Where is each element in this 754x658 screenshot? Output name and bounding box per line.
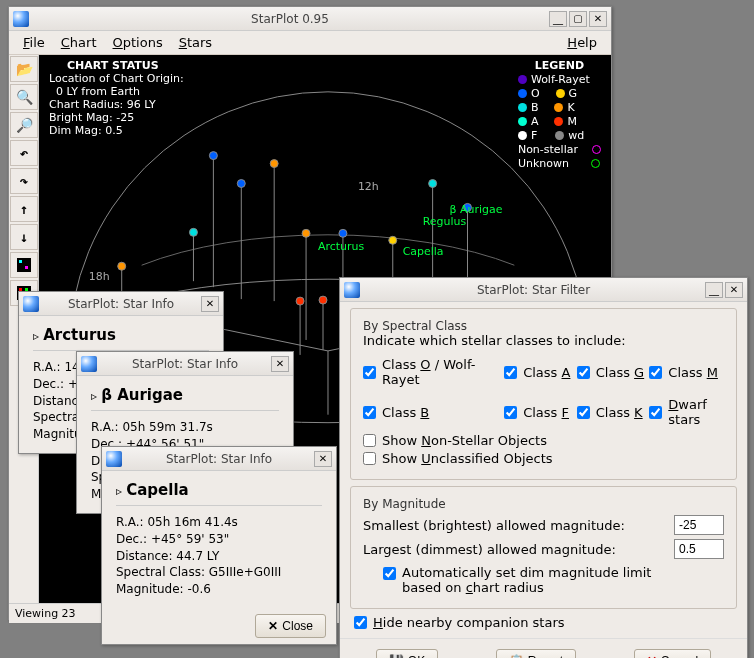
svg-point-31 (429, 180, 437, 188)
revert-icon: 📋 (509, 654, 524, 658)
label-arcturus: Arcturus (318, 240, 364, 253)
smallest-input[interactable] (674, 515, 724, 535)
menu-stars[interactable]: Stars (171, 33, 220, 52)
tilt-down-button[interactable]: ↓ (10, 224, 38, 250)
info1-titlebar: StarPlot: Star Info ✕ (19, 292, 223, 316)
app-icon (13, 11, 29, 27)
menu-help[interactable]: Help (559, 33, 605, 52)
class-g-checkbox[interactable] (577, 366, 590, 379)
minimize-button[interactable]: __ (549, 11, 567, 27)
by-magnitude-fieldset: By Magnitude Smallest (brightest) allowe… (350, 486, 737, 609)
svg-point-15 (296, 297, 304, 305)
by-spectral-fieldset: By Spectral Class Indicate which stellar… (350, 308, 737, 480)
close-button[interactable]: ✕ (201, 296, 219, 312)
svg-point-9 (209, 152, 217, 160)
rotate-left-button[interactable]: ↶ (10, 140, 38, 166)
star-filter-dialog: StarPlot: Star Filter __ ✕ By Spectral C… (339, 277, 748, 658)
cancel-icon: ✕ (647, 654, 657, 658)
info2-titlebar: StarPlot: Star Info ✕ (77, 352, 293, 376)
smallest-label: Smallest (brightest) allowed magnitude: (363, 518, 666, 533)
star-info-capella: StarPlot: Star Info ✕ Capella R.A.: 05h … (101, 446, 337, 645)
close-button[interactable]: ✕ (314, 451, 332, 467)
svg-point-19 (339, 229, 347, 237)
ok-button[interactable]: 💾OK (376, 649, 438, 658)
zoom-in-button[interactable]: 🔍 (10, 84, 38, 110)
close-button[interactable]: ✕ (271, 356, 289, 372)
hide-companion-checkbox[interactable] (354, 616, 367, 629)
menu-file[interactable]: File (15, 33, 53, 52)
close-icon: ✕ (268, 619, 278, 633)
cancel-button[interactable]: ✕Cancel (634, 649, 711, 658)
label-18h: 18h (89, 270, 110, 283)
app-icon (106, 451, 122, 467)
info3-star-name: Capella (116, 481, 322, 499)
chart-status: CHART STATUS Location of Chart Origin: 0… (49, 59, 184, 137)
auto-dim-checkbox[interactable] (383, 567, 396, 580)
info3-title: StarPlot: Star Info (126, 452, 312, 466)
app-icon (23, 296, 39, 312)
zoom-out-button[interactable]: 🔎 (10, 112, 38, 138)
svg-point-5 (118, 262, 126, 270)
minimize-button[interactable]: __ (705, 282, 723, 298)
class-m-checkbox[interactable] (649, 366, 662, 379)
info1-star-name: Arcturus (33, 326, 209, 344)
class-b-checkbox[interactable] (363, 406, 376, 419)
rotate-right-button[interactable]: ↷ (10, 168, 38, 194)
info2-title: StarPlot: Star Info (101, 357, 269, 371)
svg-point-13 (270, 160, 278, 168)
tilt-up-button[interactable]: ↑ (10, 196, 38, 222)
unclassified-checkbox[interactable] (363, 452, 376, 465)
indicate-label: Indicate which stellar classes to includ… (363, 333, 724, 348)
app-icon (81, 356, 97, 372)
filter-titlebar: StarPlot: Star Filter __ ✕ (340, 278, 747, 302)
legend-heading: LEGEND (518, 59, 601, 72)
svg-point-11 (237, 180, 245, 188)
legend: LEGEND Wolf-Rayet O G B K A M (518, 59, 601, 171)
window-title: StarPlot 0.95 (33, 12, 547, 26)
label-12h: 12h (358, 180, 379, 193)
svg-point-7 (189, 228, 197, 236)
dwarf-checkbox[interactable] (649, 406, 662, 419)
maximize-button[interactable]: ▢ (569, 11, 587, 27)
class-f-checkbox[interactable] (504, 406, 517, 419)
info3-titlebar: StarPlot: Star Info ✕ (102, 447, 336, 471)
class-k-checkbox[interactable] (577, 406, 590, 419)
close-button[interactable]: ✕ (589, 11, 607, 27)
info1-title: StarPlot: Star Info (43, 297, 199, 311)
menu-chart[interactable]: Chart (53, 33, 105, 52)
largest-input[interactable] (674, 539, 724, 559)
label-capella: Capella (403, 245, 444, 258)
menubar: File Chart Options Stars Help (9, 31, 611, 55)
close-button[interactable]: ✕ (725, 282, 743, 298)
mode1-button[interactable] (10, 252, 38, 278)
filter-title: StarPlot: Star Filter (364, 283, 703, 297)
svg-point-29 (389, 236, 397, 244)
main-titlebar: StarPlot 0.95 __ ▢ ✕ (9, 7, 611, 31)
nonstellar-checkbox[interactable] (363, 434, 376, 447)
ok-icon: 💾 (389, 654, 404, 658)
chart-status-heading: CHART STATUS (49, 59, 184, 72)
app-icon (344, 282, 360, 298)
revert-button[interactable]: 📋Revert (496, 649, 576, 658)
svg-point-35 (319, 296, 327, 304)
info2-star-name: β Aurigae (91, 386, 279, 404)
class-o-checkbox[interactable] (363, 366, 376, 379)
menu-options[interactable]: Options (105, 33, 171, 52)
close-button[interactable]: ✕Close (255, 614, 326, 638)
class-a-checkbox[interactable] (504, 366, 517, 379)
label-regulus: Regulus (423, 215, 467, 228)
label-beta-aurigae: β Aurigae (450, 203, 503, 216)
open-button[interactable]: 📂 (10, 56, 38, 82)
largest-label: Largest (dimmest) allowed magnitude: (363, 542, 666, 557)
svg-point-17 (302, 229, 310, 237)
